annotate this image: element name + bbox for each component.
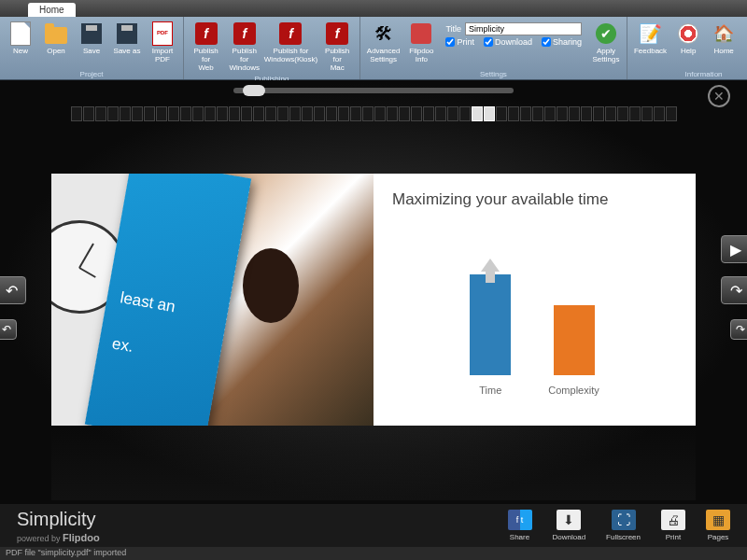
- publish-web-button[interactable]: f Publish for Web: [188, 19, 224, 74]
- page-thumbnail[interactable]: [302, 106, 313, 121]
- page-thumbnail[interactable]: [617, 106, 628, 121]
- page-thumbnail[interactable]: [350, 106, 361, 121]
- save-as-button[interactable]: Save as: [110, 19, 144, 69]
- page-thumbnail[interactable]: [472, 106, 483, 121]
- publish-kiosk-button[interactable]: f Publish for Windows(Kiosk): [264, 19, 317, 74]
- open-label: Open: [47, 48, 65, 56]
- print-checkbox[interactable]: Print: [445, 37, 474, 47]
- open-button[interactable]: Open: [39, 19, 73, 69]
- publish-mac-button[interactable]: f Publish for Mac: [319, 19, 356, 74]
- advanced-settings-button[interactable]: 🛠 Advanced Settings: [364, 19, 403, 69]
- undo-small-button[interactable]: ↶: [0, 319, 17, 340]
- ribbon-group-publishing: f Publish for Web f Publish for Windows …: [184, 17, 360, 79]
- ribbon: New Open Save Save as Import PDF Project: [0, 17, 747, 80]
- bar-label: Time: [479, 385, 501, 396]
- flash-icon: f: [277, 21, 303, 47]
- page-thumbnail[interactable]: [447, 106, 458, 121]
- help-button[interactable]: Help: [671, 19, 705, 69]
- tab-home[interactable]: Home: [28, 3, 76, 17]
- page-thumbnail[interactable]: [83, 106, 94, 121]
- import-pdf-button[interactable]: Import PDF: [146, 19, 179, 69]
- page-thumbnail[interactable]: [168, 106, 179, 121]
- page-thumbnail[interactable]: [605, 106, 616, 121]
- flash-icon: f: [324, 21, 350, 47]
- fullscreen-button[interactable]: ⛶ Fullscreen: [606, 510, 641, 541]
- close-preview-button[interactable]: ✕: [708, 85, 730, 107]
- page-thumbnail[interactable]: [314, 106, 325, 121]
- page-thumbnail[interactable]: [120, 106, 131, 121]
- save-button[interactable]: Save: [75, 19, 108, 69]
- page-thumbnail[interactable]: [144, 106, 155, 121]
- title-input[interactable]: [465, 22, 582, 35]
- page-thumbnail[interactable]: [204, 106, 216, 121]
- flipdoo-info-button[interactable]: Flipdoo Info: [404, 19, 438, 69]
- feedback-button[interactable]: 📝 Feedback: [631, 19, 669, 69]
- page-thumbnail[interactable]: [496, 106, 507, 121]
- new-button[interactable]: New: [4, 19, 37, 69]
- scrubber-thumb[interactable]: [243, 85, 265, 96]
- page-right: Maximizing your available time TimeCompl…: [374, 174, 696, 426]
- page-thumbnail[interactable]: [532, 106, 543, 121]
- undo-button[interactable]: ↶: [0, 276, 26, 304]
- page-thumbnail[interactable]: [71, 106, 82, 121]
- download-button[interactable]: ⬇ Download: [553, 510, 586, 541]
- next-page-button[interactable]: ▶: [721, 235, 747, 263]
- sharing-checkbox[interactable]: Sharing: [542, 37, 582, 47]
- page-thumbnail[interactable]: [581, 106, 592, 121]
- page-thumbnail[interactable]: [629, 106, 641, 121]
- home-icon: 🏠: [711, 21, 737, 47]
- page-thumbnail[interactable]: [241, 106, 252, 121]
- page-thumbnail[interactable]: [508, 106, 519, 121]
- share-icon: f t: [508, 510, 532, 530]
- pages-button[interactable]: ▦ Pages: [706, 510, 730, 541]
- page-thumbnail[interactable]: [399, 106, 410, 121]
- page-thumbnail[interactable]: [411, 106, 422, 121]
- page-thumbnail[interactable]: [289, 106, 301, 121]
- timeline-scrubber[interactable]: [233, 88, 514, 93]
- page-thumbnail[interactable]: [229, 106, 240, 121]
- page-thumbnail[interactable]: [435, 106, 446, 121]
- powered-by: powered by Flipdoo: [17, 532, 100, 543]
- page-thumbnail[interactable]: [107, 106, 119, 121]
- home-button[interactable]: 🏠 Home: [707, 19, 740, 69]
- redo-small-button[interactable]: ↷: [730, 319, 747, 340]
- page-thumbnail[interactable]: [423, 106, 434, 121]
- page-thumbnail[interactable]: [593, 106, 604, 121]
- page-thumbnail[interactable]: [277, 106, 289, 121]
- page-thumbnail[interactable]: [641, 106, 653, 121]
- page-thumbnail[interactable]: [484, 106, 495, 121]
- page-thumbnail[interactable]: [192, 106, 204, 121]
- page-thumbnail[interactable]: [387, 106, 398, 121]
- lifering-icon: [675, 21, 701, 47]
- share-button[interactable]: f t Share: [508, 510, 532, 541]
- arrow-up-icon: [481, 259, 500, 272]
- redo-button[interactable]: ↷: [721, 276, 747, 304]
- publish-mac-label: Publish for Mac: [322, 48, 353, 72]
- page-thumbnail[interactable]: [374, 106, 386, 121]
- page-thumbnail[interactable]: [326, 106, 337, 121]
- page-thumbnail[interactable]: [569, 106, 580, 121]
- page-thumbnail[interactable]: [362, 106, 374, 121]
- page-thumbnail[interactable]: [253, 106, 264, 121]
- publish-windows-button[interactable]: f Publish for Windows: [226, 19, 262, 74]
- page-thumbnail[interactable]: [217, 106, 228, 121]
- flipbook[interactable]: least an ex. Maximizing your available t…: [51, 174, 696, 426]
- page-thumbnail[interactable]: [666, 106, 677, 121]
- page-thumbnail[interactable]: [338, 106, 349, 121]
- page-thumbnail[interactable]: [180, 106, 191, 121]
- page-thumbnail[interactable]: [520, 106, 531, 121]
- print-button[interactable]: 🖨 Print: [661, 510, 685, 541]
- page-thumbnail[interactable]: [95, 106, 106, 121]
- about-button[interactable]: i About: [742, 19, 747, 69]
- page-thumbnail[interactable]: [557, 106, 568, 121]
- page-thumbnail[interactable]: [654, 106, 665, 121]
- feedback-label: Feedback: [634, 48, 667, 56]
- page-thumbnail[interactable]: [156, 106, 167, 121]
- save-label: Save: [83, 48, 100, 56]
- page-thumbnail[interactable]: [132, 106, 143, 121]
- page-thumbnail[interactable]: [459, 106, 471, 121]
- page-thumbnail[interactable]: [265, 106, 276, 121]
- download-checkbox[interactable]: Download: [484, 37, 532, 47]
- page-thumbnail[interactable]: [544, 106, 556, 121]
- apply-settings-button[interactable]: ✔ Apply Settings: [589, 19, 623, 69]
